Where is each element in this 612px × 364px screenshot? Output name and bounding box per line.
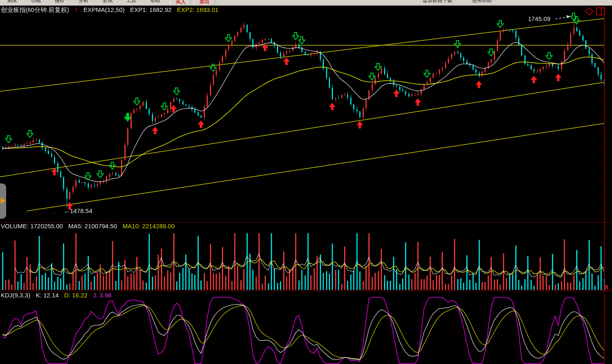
menu-item-analysis[interactable]: 分析	[72, 0, 95, 4]
menu-item-function[interactable]: 功能	[24, 0, 48, 4]
sell-button[interactable]: 卖出	[194, 0, 215, 6]
menu-item-quotes[interactable]: 报价	[48, 0, 72, 4]
buy-button[interactable]: 买入	[170, 0, 191, 6]
exp1-value-label: EXP1: 1682.92	[130, 6, 172, 13]
menu-item-system[interactable]: 系统	[0, 0, 24, 4]
indicator-name-label[interactable]: EXPMA(12,50)	[84, 6, 125, 13]
trading-app-window: 系统 功能 报价 分析 资讯 工具 帮助 买入 卖出 盘后数据下载 使用帮助 创…	[0, 0, 612, 364]
volume-panel-header: VOLUME: 1720255.00 MA5: 2100794.50 MA10:…	[1, 223, 179, 230]
up-arrow-icon: ↑	[74, 6, 78, 14]
kdj-k-label: K: 12.14	[36, 292, 59, 299]
kdj-j-label: J: 3.98	[93, 292, 112, 299]
menu-bar-spacer	[502, 0, 612, 4]
main-chart-header: 创业板指(60分钟.前复权) ↑ EXPMA(12,50) EXP1: 1682…	[1, 6, 222, 14]
chart-title: 创业板指(60分钟.前复权)	[1, 6, 69, 13]
kdj-panel-header: KDJ(9,3,3) K: 12.14 D: 16.22 J: 3.98	[1, 292, 115, 299]
chart-canvas[interactable]	[0, 0, 612, 364]
split-window-icon[interactable]	[596, 7, 605, 15]
low-price-annotation: ←1478.54	[64, 207, 92, 214]
menu-item-tools[interactable]: 工具	[119, 0, 143, 4]
menu-item-news[interactable]: 资讯	[95, 0, 119, 4]
sidebar-toggle-handle[interactable]	[0, 183, 6, 219]
kdj-d-label: D: 16.22	[64, 292, 88, 299]
close-indicator-icon[interactable]: X	[605, 284, 608, 290]
exp2-value-label: EXP2: 1693.01	[177, 6, 219, 13]
menu-bar: 系统 功能 报价 分析 资讯 工具 帮助 买入 卖出 盘后数据下载 使用帮助	[0, 0, 612, 6]
volume-value-label: VOLUME: 1720255.00	[1, 223, 63, 230]
kdj-indicator-label[interactable]: KDJ(9,3,3)	[1, 292, 30, 299]
expand-arrow-icon	[1, 197, 5, 204]
menu-item-usage-help[interactable]: 使用帮助	[462, 0, 502, 4]
volume-ma5-label: MA5: 2100794.50	[68, 223, 117, 230]
high-price-annotation: 1745.09	[528, 15, 550, 22]
volume-ma10-label: MA10: 2214289.00	[123, 223, 175, 230]
menu-item-help[interactable]: 帮助	[143, 0, 167, 4]
split-window-icon-divider	[601, 8, 602, 14]
menu-item-data-download[interactable]: 盘后数据下载	[413, 0, 462, 4]
